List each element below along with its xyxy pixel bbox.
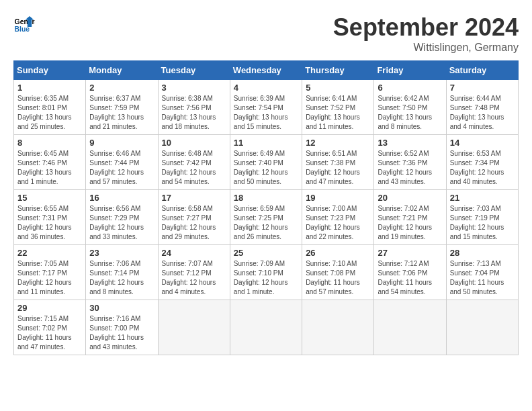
- calendar-cell: 28Sunrise: 7:13 AMSunset: 7:04 PMDayligh…: [446, 245, 518, 300]
- calendar-cell: 17Sunrise: 6:58 AMSunset: 7:27 PMDayligh…: [158, 190, 230, 245]
- cell-details: Sunrise: 6:52 AMSunset: 7:36 PMDaylight:…: [378, 149, 442, 187]
- logo: General Blue: [13, 13, 35, 35]
- calendar-cell: 10Sunrise: 6:48 AMSunset: 7:42 PMDayligh…: [158, 135, 230, 190]
- day-number: 5: [306, 83, 370, 93]
- cell-details: Sunrise: 6:45 AMSunset: 7:46 PMDaylight:…: [17, 149, 82, 187]
- day-number: 10: [162, 138, 226, 148]
- calendar-cell: 3Sunrise: 6:38 AMSunset: 7:56 PMDaylight…: [158, 80, 230, 135]
- calendar-table: SundayMondayTuesdayWednesdayThursdayFrid…: [13, 60, 519, 355]
- calendar-cell: [158, 300, 230, 355]
- calendar-header-row: SundayMondayTuesdayWednesdayThursdayFrid…: [14, 61, 519, 80]
- calendar-cell: 7Sunrise: 6:44 AMSunset: 7:48 PMDaylight…: [446, 80, 518, 135]
- column-header-friday: Friday: [374, 61, 446, 80]
- cell-details: Sunrise: 7:00 AMSunset: 7:23 PMDaylight:…: [306, 204, 370, 242]
- cell-details: Sunrise: 7:05 AMSunset: 7:17 PMDaylight:…: [17, 259, 82, 297]
- page-header: General Blue September 2024 Wittislingen…: [13, 13, 519, 54]
- day-number: 25: [234, 248, 298, 258]
- day-number: 8: [17, 138, 82, 148]
- calendar-cell: 19Sunrise: 7:00 AMSunset: 7:23 PMDayligh…: [302, 190, 374, 245]
- column-header-sunday: Sunday: [14, 61, 86, 80]
- calendar-cell: 8Sunrise: 6:45 AMSunset: 7:46 PMDaylight…: [14, 135, 86, 190]
- cell-details: Sunrise: 6:48 AMSunset: 7:42 PMDaylight:…: [162, 149, 226, 187]
- calendar-cell: 4Sunrise: 6:39 AMSunset: 7:54 PMDaylight…: [230, 80, 302, 135]
- title-block: September 2024 Wittislingen, Germany: [333, 13, 519, 54]
- cell-details: Sunrise: 7:15 AMSunset: 7:02 PMDaylight:…: [17, 314, 82, 352]
- calendar-cell: 25Sunrise: 7:09 AMSunset: 7:10 PMDayligh…: [230, 245, 302, 300]
- calendar-week-1: 1Sunrise: 6:35 AMSunset: 8:01 PMDaylight…: [14, 80, 519, 135]
- cell-details: Sunrise: 7:12 AMSunset: 7:06 PMDaylight:…: [378, 259, 442, 297]
- calendar-cell: 26Sunrise: 7:10 AMSunset: 7:08 PMDayligh…: [302, 245, 374, 300]
- day-number: 30: [89, 303, 154, 313]
- day-number: 21: [450, 193, 515, 203]
- cell-details: Sunrise: 7:13 AMSunset: 7:04 PMDaylight:…: [450, 259, 515, 297]
- cell-details: Sunrise: 6:35 AMSunset: 8:01 PMDaylight:…: [17, 94, 82, 132]
- calendar-cell: 6Sunrise: 6:42 AMSunset: 7:50 PMDaylight…: [374, 80, 446, 135]
- calendar-cell: [230, 300, 302, 355]
- cell-details: Sunrise: 7:07 AMSunset: 7:12 PMDaylight:…: [162, 259, 226, 297]
- calendar-cell: 22Sunrise: 7:05 AMSunset: 7:17 PMDayligh…: [14, 245, 86, 300]
- day-number: 12: [306, 138, 370, 148]
- cell-details: Sunrise: 6:53 AMSunset: 7:34 PMDaylight:…: [450, 149, 515, 187]
- calendar-week-4: 22Sunrise: 7:05 AMSunset: 7:17 PMDayligh…: [14, 245, 519, 300]
- column-header-wednesday: Wednesday: [230, 61, 302, 80]
- cell-details: Sunrise: 7:06 AMSunset: 7:14 PMDaylight:…: [89, 259, 154, 297]
- calendar-cell: 2Sunrise: 6:37 AMSunset: 7:59 PMDaylight…: [86, 80, 158, 135]
- logo-icon: General Blue: [13, 13, 35, 35]
- calendar-cell: 21Sunrise: 7:03 AMSunset: 7:19 PMDayligh…: [446, 190, 518, 245]
- day-number: 14: [450, 138, 515, 148]
- day-number: 22: [17, 248, 82, 258]
- day-number: 18: [234, 193, 298, 203]
- calendar-cell: [446, 300, 518, 355]
- calendar-cell: [302, 300, 374, 355]
- day-number: 29: [17, 303, 82, 313]
- day-number: 1: [17, 83, 82, 93]
- column-header-thursday: Thursday: [302, 61, 374, 80]
- cell-details: Sunrise: 6:44 AMSunset: 7:48 PMDaylight:…: [450, 94, 515, 132]
- calendar-cell: 23Sunrise: 7:06 AMSunset: 7:14 PMDayligh…: [86, 245, 158, 300]
- day-number: 16: [89, 193, 154, 203]
- day-number: 27: [378, 248, 442, 258]
- column-header-saturday: Saturday: [446, 61, 518, 80]
- cell-details: Sunrise: 7:02 AMSunset: 7:21 PMDaylight:…: [378, 204, 442, 242]
- calendar-cell: 1Sunrise: 6:35 AMSunset: 8:01 PMDaylight…: [14, 80, 86, 135]
- calendar-cell: 27Sunrise: 7:12 AMSunset: 7:06 PMDayligh…: [374, 245, 446, 300]
- cell-details: Sunrise: 6:39 AMSunset: 7:54 PMDaylight:…: [234, 94, 298, 132]
- cell-details: Sunrise: 6:58 AMSunset: 7:27 PMDaylight:…: [162, 204, 226, 242]
- calendar-cell: 24Sunrise: 7:07 AMSunset: 7:12 PMDayligh…: [158, 245, 230, 300]
- cell-details: Sunrise: 6:56 AMSunset: 7:29 PMDaylight:…: [89, 204, 154, 242]
- calendar-cell: 16Sunrise: 6:56 AMSunset: 7:29 PMDayligh…: [86, 190, 158, 245]
- day-number: 26: [306, 248, 370, 258]
- cell-details: Sunrise: 7:03 AMSunset: 7:19 PMDaylight:…: [450, 204, 515, 242]
- cell-details: Sunrise: 6:51 AMSunset: 7:38 PMDaylight:…: [306, 149, 370, 187]
- calendar-cell: 29Sunrise: 7:15 AMSunset: 7:02 PMDayligh…: [14, 300, 86, 355]
- calendar-cell: 20Sunrise: 7:02 AMSunset: 7:21 PMDayligh…: [374, 190, 446, 245]
- calendar-body: 1Sunrise: 6:35 AMSunset: 8:01 PMDaylight…: [14, 80, 519, 355]
- cell-details: Sunrise: 7:16 AMSunset: 7:00 PMDaylight:…: [89, 314, 154, 352]
- day-number: 9: [89, 138, 154, 148]
- day-number: 13: [378, 138, 442, 148]
- cell-details: Sunrise: 7:10 AMSunset: 7:08 PMDaylight:…: [306, 259, 370, 297]
- day-number: 28: [450, 248, 515, 258]
- cell-details: Sunrise: 6:42 AMSunset: 7:50 PMDaylight:…: [378, 94, 442, 132]
- cell-details: Sunrise: 6:59 AMSunset: 7:25 PMDaylight:…: [234, 204, 298, 242]
- cell-details: Sunrise: 6:41 AMSunset: 7:52 PMDaylight:…: [306, 94, 370, 132]
- column-header-tuesday: Tuesday: [158, 61, 230, 80]
- column-header-monday: Monday: [86, 61, 158, 80]
- day-number: 7: [450, 83, 515, 93]
- day-number: 2: [89, 83, 154, 93]
- calendar-cell: 18Sunrise: 6:59 AMSunset: 7:25 PMDayligh…: [230, 190, 302, 245]
- day-number: 24: [162, 248, 226, 258]
- day-number: 17: [162, 193, 226, 203]
- calendar-cell: 9Sunrise: 6:46 AMSunset: 7:44 PMDaylight…: [86, 135, 158, 190]
- day-number: 11: [234, 138, 298, 148]
- cell-details: Sunrise: 6:37 AMSunset: 7:59 PMDaylight:…: [89, 94, 154, 132]
- calendar-cell: 13Sunrise: 6:52 AMSunset: 7:36 PMDayligh…: [374, 135, 446, 190]
- cell-details: Sunrise: 7:09 AMSunset: 7:10 PMDaylight:…: [234, 259, 298, 297]
- cell-details: Sunrise: 6:46 AMSunset: 7:44 PMDaylight:…: [89, 149, 154, 187]
- calendar-week-5: 29Sunrise: 7:15 AMSunset: 7:02 PMDayligh…: [14, 300, 519, 355]
- calendar-cell: 30Sunrise: 7:16 AMSunset: 7:00 PMDayligh…: [86, 300, 158, 355]
- calendar-cell: 15Sunrise: 6:55 AMSunset: 7:31 PMDayligh…: [14, 190, 86, 245]
- calendar-cell: 5Sunrise: 6:41 AMSunset: 7:52 PMDaylight…: [302, 80, 374, 135]
- day-number: 19: [306, 193, 370, 203]
- month-title: September 2024: [333, 13, 519, 42]
